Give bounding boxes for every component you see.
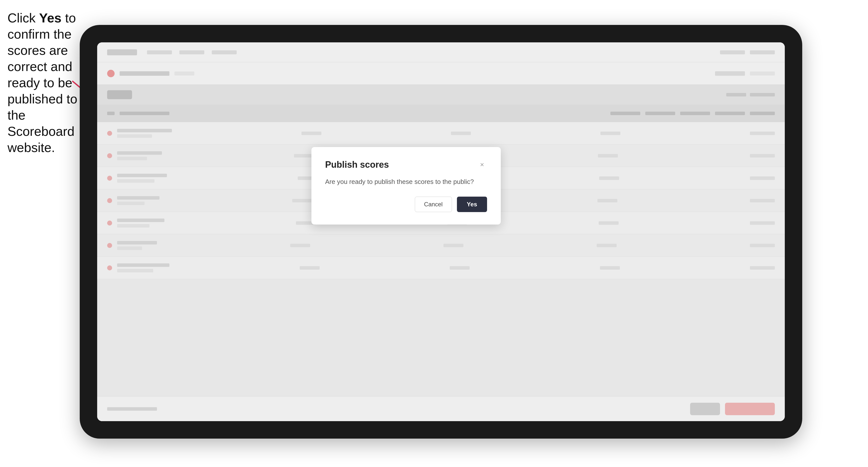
publish-scores-dialog: Publish scores × Are you ready to publis…	[311, 147, 501, 224]
instruction-text: Click Yes to confirm the scores are corr…	[7, 10, 80, 156]
dialog-close-button[interactable]: ×	[477, 160, 487, 170]
dialog-footer: Cancel Yes	[325, 197, 487, 212]
close-icon: ×	[480, 161, 484, 169]
tablet-screen: Publish scores × Are you ready to publis…	[97, 42, 785, 421]
dialog-body: Are you ready to publish these scores to…	[325, 177, 487, 187]
tablet-frame: Publish scores × Are you ready to publis…	[80, 25, 802, 439]
yes-button[interactable]: Yes	[457, 197, 487, 212]
dialog-header: Publish scores ×	[325, 159, 487, 170]
dialog-overlay	[97, 42, 785, 421]
cancel-button[interactable]: Cancel	[415, 197, 452, 212]
dialog-title: Publish scores	[325, 159, 389, 170]
